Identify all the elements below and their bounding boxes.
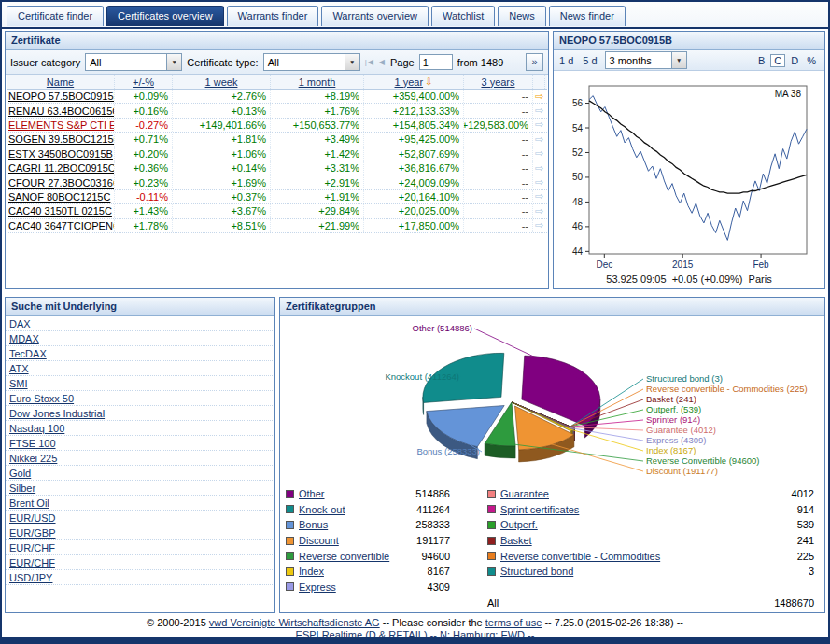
range-button-5-d[interactable]: 5 d <box>583 55 597 66</box>
cell-value: +95,425.00% <box>364 133 464 146</box>
cell-arrow: ⇨ <box>533 104 545 117</box>
column-header-link[interactable]: +/-% <box>133 77 154 88</box>
prev-page-icon[interactable]: ◀ <box>379 58 386 66</box>
issuer-category-select[interactable]: All ▼ <box>85 53 182 71</box>
legend-label-sprint-certificates[interactable]: Sprint certificates <box>500 504 579 515</box>
row-arrow-icon[interactable]: ⇨ <box>535 133 543 146</box>
underlying-link-euro-stoxx-50[interactable]: Euro Stoxx 50 <box>9 393 74 404</box>
instrument-link[interactable]: NEOPO 57.5BOC0915B <box>8 91 115 102</box>
underlying-link-brent-oil[interactable]: Brent Oil <box>9 497 49 509</box>
underlying-link-eur-chf[interactable]: EUR/CHF <box>9 557 55 568</box>
underlying-link-eur-chf[interactable]: EUR/CHF <box>9 542 55 553</box>
column-header-link[interactable]: 1 year <box>395 77 424 88</box>
row-arrow-icon[interactable]: ⇨ <box>535 91 543 103</box>
instrument-link[interactable]: CAC40 3647TCIOPENC <box>8 220 115 231</box>
legend-label-reverse-convertible-commodities[interactable]: Reverse convertible - Commodities <box>500 551 660 562</box>
row-arrow-icon[interactable]: ⇨ <box>535 147 543 160</box>
tab-certificate-finder[interactable]: Certificate finder <box>7 6 104 26</box>
underlying-link-atx[interactable]: ATX <box>9 363 29 374</box>
underlying-link-nikkei-225[interactable]: Nikkei 225 <box>9 453 57 464</box>
sort-desc-icon: ⇩ <box>425 77 432 87</box>
tab-watchlist[interactable]: Watchlist <box>431 6 495 26</box>
legend-label-reverse-convertible[interactable]: Reverse convertible <box>299 551 389 562</box>
row-arrow-icon[interactable]: ⇨ <box>535 176 543 189</box>
instrument-link[interactable]: RENAU 63.4BOC0615C <box>8 105 115 117</box>
underlying-link-ftse-100[interactable]: FTSE 100 <box>9 438 56 449</box>
instrument-link[interactable]: SOGEN 39.5BOC1215C <box>8 133 115 145</box>
issuer-category-label: Issuer category <box>10 57 80 68</box>
row-arrow-icon[interactable]: ⇨ <box>535 162 543 175</box>
cell-value: -0.11% <box>115 190 173 203</box>
instrument-link[interactable]: CAGRI 11.2BOC0915C <box>8 162 115 174</box>
column-header-link[interactable]: Name <box>47 77 74 88</box>
certificate-type-label: Certificate type: <box>187 57 258 68</box>
tab-certificates-overview[interactable]: Certificates overview <box>106 6 223 26</box>
range-button-1-d[interactable]: 1 d <box>559 55 573 66</box>
window-frame-top <box>0 0 830 2</box>
first-page-icon[interactable]: |◀ <box>365 58 374 66</box>
underlying-link-dax[interactable]: DAX <box>9 318 31 329</box>
row-arrow-icon[interactable]: ⇨ <box>535 205 543 217</box>
instrument-link[interactable]: SANOF 80BOC1215C <box>8 191 110 203</box>
next-page-button[interactable]: » <box>526 53 543 71</box>
list-item: Brent Oil <box>6 496 274 511</box>
column-header-link[interactable]: 1 week <box>205 77 238 88</box>
row-arrow-icon[interactable]: ⇨ <box>535 219 543 231</box>
view-button-percent[interactable]: % <box>804 55 819 66</box>
underlying-link-nasdaq-100[interactable]: Nasdaq 100 <box>9 423 64 434</box>
view-button-d[interactable]: D <box>788 55 801 66</box>
terms-of-use-link[interactable]: terms of use <box>485 617 542 628</box>
row-arrow-icon[interactable]: ⇨ <box>535 105 543 117</box>
underlying-link-mdax[interactable]: MDAX <box>9 333 39 344</box>
cell-arrow: ⇨ <box>533 147 545 161</box>
legend-label-express[interactable]: Express <box>299 581 336 593</box>
instrument-link[interactable]: ESTX 3450BOC0915B <box>8 148 113 160</box>
pie-slice-knock-out[interactable] <box>423 353 504 402</box>
view-button-b[interactable]: B <box>755 55 767 66</box>
view-button-c[interactable]: C <box>770 54 785 67</box>
cell-value: -- <box>464 147 533 161</box>
cell-arrow: ⇨ <box>533 161 545 175</box>
instrument-link[interactable]: ELEMENTS S&P CTI ETN <box>8 119 115 131</box>
tab-news[interactable]: News <box>498 6 546 26</box>
view-buttons: BCD% <box>755 54 819 67</box>
underlying-link-eur-gbp[interactable]: EUR/GBP <box>9 527 56 539</box>
underlying-link-gold[interactable]: Gold <box>9 468 31 479</box>
legend-label-other[interactable]: Other <box>299 488 325 499</box>
list-item: EUR/USD <box>6 511 274 525</box>
cell-value: +154,805.34% <box>364 119 464 132</box>
column-header-link[interactable]: 1 month <box>299 77 336 88</box>
instrument-link[interactable]: CFOUR 27.3BOC0316C <box>8 177 115 189</box>
tab-news-finder[interactable]: News finder <box>549 6 626 26</box>
tab-warrants-overview[interactable]: Warrants overview <box>321 6 429 26</box>
legend-label-index[interactable]: Index <box>299 566 324 577</box>
row-arrow-icon[interactable]: ⇨ <box>535 119 543 131</box>
legend-label-knock-out[interactable]: Knock-out <box>299 504 345 515</box>
legend-item: Basket241 <box>487 533 814 549</box>
tab-warrants-finder[interactable]: Warrants finder <box>227 6 319 26</box>
legend-value: 8167 <box>428 566 450 577</box>
legend-label-outperf[interactable]: Outperf. <box>500 519 538 530</box>
instrument-link[interactable]: CAC40 3150TL 0215C <box>8 205 112 217</box>
certificate-type-select[interactable]: All ▼ <box>263 53 360 71</box>
underlying-link-usd-jpy[interactable]: USD/JPY <box>9 572 52 583</box>
pie-chart <box>280 316 824 483</box>
legend-label-structured-bond[interactable]: Structured bond <box>500 566 573 577</box>
list-item: ATX <box>6 361 274 376</box>
legend-label-guarantee[interactable]: Guarantee <box>500 488 549 499</box>
underlying-link-silber[interactable]: Silber <box>9 483 35 494</box>
copyright-line: © 2000-2015 vwd Vereinigte Wirtschaftsdi… <box>2 617 828 629</box>
legend-label-discount[interactable]: Discount <box>299 535 339 546</box>
period-select[interactable]: 3 months ▼ <box>605 51 687 69</box>
underlying-link-dow-jones-industrial[interactable]: Dow Jones Industrial <box>9 408 105 419</box>
legend-label-bonus[interactable]: Bonus <box>299 519 328 530</box>
page-input[interactable] <box>419 54 453 70</box>
company-link[interactable]: vwd Vereinigte Wirtschaftsdienste AG <box>209 617 380 628</box>
column-header-link[interactable]: 3 years <box>481 77 514 88</box>
underlying-link-tecdax[interactable]: TecDAX <box>9 348 47 359</box>
cell-value: +29.84% <box>271 204 364 217</box>
underlying-link-eur-usd[interactable]: EUR/USD <box>9 512 56 524</box>
underlying-link-smi[interactable]: SMI <box>9 378 28 389</box>
row-arrow-icon[interactable]: ⇨ <box>535 190 543 203</box>
legend-label-basket[interactable]: Basket <box>500 535 532 546</box>
